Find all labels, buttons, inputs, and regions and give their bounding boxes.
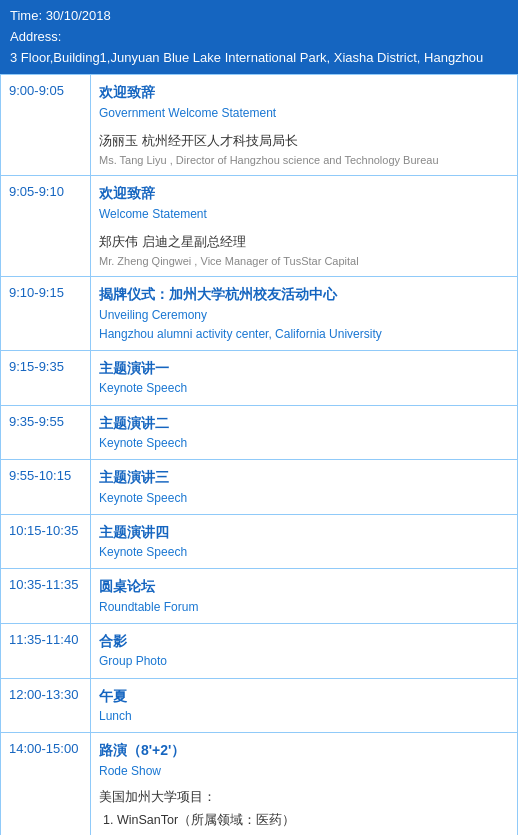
- speaker-en: Mr. Zheng Qingwei , Vice Manager of TusS…: [99, 253, 509, 271]
- rode-show-label: Rode Show: [99, 762, 509, 781]
- content-cell: 揭牌仪式：加州大学杭州校友活动中心Unveiling CeremonyHangz…: [91, 277, 518, 351]
- time-cell: 10:35-11:35: [1, 569, 91, 624]
- content-cell: 午夏Lunch: [91, 678, 518, 733]
- content-cell: 主题演讲二Keynote Speech: [91, 405, 518, 460]
- list-item: MediaFire（所属领域：互联网 – 云技术）: [117, 832, 509, 835]
- content-cell: 主题演讲四Keynote Speech: [91, 514, 518, 569]
- content-cell: 主题演讲一Keynote Speech: [91, 351, 518, 406]
- speaker-zh: 汤丽玉 杭州经开区人才科技局局长: [99, 131, 509, 152]
- content-cell: 欢迎致辞Welcome Statement郑庆伟 启迪之星副总经理Mr. Zhe…: [91, 176, 518, 277]
- zh-title: 路演（8'+2'）: [99, 739, 509, 761]
- time-value: 30/10/2018: [46, 8, 111, 23]
- zh-title: 主题演讲二: [99, 412, 509, 434]
- time-cell: 14:00-15:00: [1, 733, 91, 835]
- us-projects-list: WinSanTor（所属领域：医药）MediaFire（所属领域：互联网 – 云…: [99, 810, 509, 835]
- time-label: Time:: [10, 8, 42, 23]
- time-cell: 9:35-9:55: [1, 405, 91, 460]
- content-cell: 圆桌论坛Roundtable Forum: [91, 569, 518, 624]
- zh-title: 午夏: [99, 685, 509, 707]
- content-cell: 欢迎致辞Government Welcome Statement汤丽玉 杭州经开…: [91, 75, 518, 176]
- zh-title: 主题演讲一: [99, 357, 509, 379]
- en-subtitle-2: Hangzhou alumni activity center, Califor…: [99, 325, 509, 344]
- schedule-table: 9:00-9:05欢迎致辞Government Welcome Statemen…: [0, 74, 518, 835]
- list-item: WinSanTor（所属领域：医药）: [117, 810, 509, 830]
- zh-title: 欢迎致辞: [99, 81, 509, 103]
- en-subtitle: Roundtable Forum: [99, 598, 509, 617]
- time-cell: 12:00-13:30: [1, 678, 91, 733]
- speaker-zh: 郑庆伟 启迪之星副总经理: [99, 232, 509, 253]
- en-subtitle: Government Welcome Statement: [99, 104, 509, 123]
- en-subtitle-1: Unveiling Ceremony: [99, 306, 509, 325]
- time-cell: 9:00-9:05: [1, 75, 91, 176]
- us-projects-label: 美国加州大学项目：: [99, 787, 509, 808]
- en-subtitle: Welcome Statement: [99, 205, 509, 224]
- header: Time: 30/10/2018 Address: 3 Floor,Buildi…: [0, 0, 518, 74]
- zh-title: 圆桌论坛: [99, 575, 509, 597]
- zh-title: 主题演讲三: [99, 466, 509, 488]
- time-cell: 11:35-11:40: [1, 623, 91, 678]
- content-cell: 主题演讲三Keynote Speech: [91, 460, 518, 515]
- en-subtitle: Lunch: [99, 707, 509, 726]
- time-cell: 9:15-9:35: [1, 351, 91, 406]
- content-cell: 合影Group Photo: [91, 623, 518, 678]
- zh-title: 主题演讲四: [99, 521, 509, 543]
- zh-title: 合影: [99, 630, 509, 652]
- speaker-en: Ms. Tang Liyu , Director of Hangzhou sci…: [99, 152, 509, 170]
- time-cell: 10:15-10:35: [1, 514, 91, 569]
- en-subtitle: Keynote Speech: [99, 489, 509, 508]
- en-subtitle: Keynote Speech: [99, 434, 509, 453]
- en-subtitle: Group Photo: [99, 652, 509, 671]
- time-cell: 9:10-9:15: [1, 277, 91, 351]
- time-cell: 9:05-9:10: [1, 176, 91, 277]
- time-cell: 9:55-10:15: [1, 460, 91, 515]
- address-value: 3 Floor,Building1,Junyuan Blue Lake Inte…: [10, 50, 483, 65]
- zh-title: 欢迎致辞: [99, 182, 509, 204]
- en-subtitle: Keynote Speech: [99, 379, 509, 398]
- en-subtitle: Keynote Speech: [99, 543, 509, 562]
- zh-title: 揭牌仪式：加州大学杭州校友活动中心: [99, 283, 509, 305]
- content-cell: 路演（8'+2'）Rode Show美国加州大学项目：WinSanTor（所属领…: [91, 733, 518, 835]
- address-label: Address:: [10, 29, 61, 44]
